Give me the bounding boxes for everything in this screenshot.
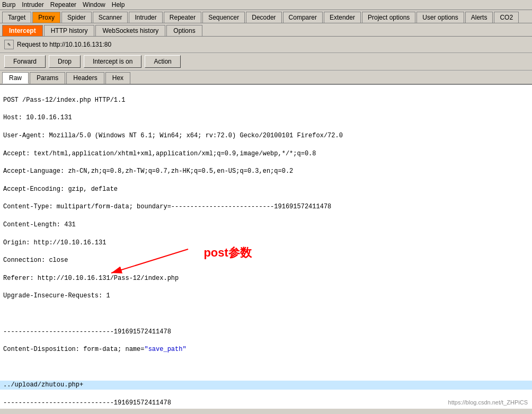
request-line-9: Origin: http://10.10.16.131 bbox=[3, 239, 529, 248]
tab-alerts[interactable]: Alerts bbox=[465, 12, 493, 23]
subtab-websockets-history[interactable]: WebSockets history bbox=[95, 25, 165, 36]
tab-repeater[interactable]: Repeater bbox=[164, 12, 201, 23]
tab-spider[interactable]: Spider bbox=[61, 12, 92, 23]
request-line-2: Host: 10.10.16.131 bbox=[3, 113, 529, 122]
tab-user-options[interactable]: User options bbox=[416, 12, 464, 23]
menu-intruder[interactable]: Intruder bbox=[22, 1, 43, 8]
request-line-13 bbox=[3, 310, 529, 319]
tab-co2[interactable]: CO2 bbox=[494, 12, 519, 23]
request-line-4: Accept: text/html,application/xhtml+xml,… bbox=[3, 149, 529, 158]
request-line-16 bbox=[3, 363, 529, 372]
request-line-3: User-Agent: Mozilla/5.0 (Windows NT 6.1;… bbox=[3, 131, 529, 140]
request-content[interactable]: POST /Pass-12/index.php HTTP/1.1 Host: 1… bbox=[0, 85, 532, 409]
request-line-5: Accept-Language: zh-CN,zh;q=0.8,zh-TW;q=… bbox=[3, 167, 529, 176]
viewtab-hex[interactable]: Hex bbox=[105, 72, 130, 84]
view-tab-bar: Raw Params Headers Hex bbox=[0, 71, 532, 85]
viewtab-headers[interactable]: Headers bbox=[66, 72, 104, 84]
request-line-14: -----------------------------19169157241… bbox=[3, 328, 529, 337]
menu-help[interactable]: Help bbox=[112, 1, 125, 8]
forward-button[interactable]: Forward bbox=[4, 55, 46, 68]
request-line-8: Content-Length: 431 bbox=[3, 221, 529, 230]
tab-proxy[interactable]: Proxy bbox=[32, 12, 60, 23]
request-line-15: Content-Disposition: form-data; name="sa… bbox=[3, 345, 529, 354]
tab-scanner[interactable]: Scanner bbox=[93, 12, 128, 23]
menu-bar: Burp Intruder Repeater Window Help bbox=[0, 0, 532, 10]
action-button[interactable]: Action bbox=[145, 55, 180, 68]
request-line-1: POST /Pass-12/index.php HTTP/1.1 bbox=[3, 96, 529, 105]
request-line-11: Referer: http://10.10.16.131/Pass-12/ind… bbox=[3, 274, 529, 283]
menu-window[interactable]: Window bbox=[83, 1, 105, 8]
request-line-6: Accept-Encoding: gzip, deflate bbox=[3, 185, 529, 194]
viewtab-raw[interactable]: Raw bbox=[2, 72, 29, 84]
subtab-intercept[interactable]: Intercept bbox=[2, 25, 43, 36]
request-line-7: Content-Type: multipart/form-data; bound… bbox=[3, 202, 529, 212]
request-line-12: Upgrade-Insecure-Requests: 1 bbox=[3, 292, 529, 301]
request-line-10: Connection: close bbox=[3, 256, 529, 265]
action-bar: Forward Drop Intercept is on Action bbox=[0, 53, 532, 71]
edit-icon[interactable]: ✎ bbox=[4, 40, 14, 49]
tab-decoder[interactable]: Decoder bbox=[246, 12, 281, 23]
request-info-bar: ✎ Request to http://10.10.16.131:80 bbox=[0, 37, 532, 53]
tab-extender[interactable]: Extender bbox=[324, 12, 361, 23]
drop-button[interactable]: Drop bbox=[49, 55, 81, 68]
menu-repeater[interactable]: Repeater bbox=[50, 1, 76, 8]
tab-intruder[interactable]: Intruder bbox=[129, 12, 162, 23]
main-tab-bar: Target Proxy Spider Scanner Intruder Rep… bbox=[0, 10, 532, 23]
watermark: https://blog.csdn.net/t_ZHPiCS bbox=[448, 399, 528, 407]
upload-path-line: ../upload/zhutou.php+ bbox=[0, 381, 532, 390]
intercept-button[interactable]: Intercept is on bbox=[84, 55, 141, 68]
tab-sequencer[interactable]: Sequencer bbox=[202, 12, 245, 23]
tab-project-options[interactable]: Project options bbox=[362, 12, 415, 23]
tab-comparer[interactable]: Comparer bbox=[283, 12, 323, 23]
request-url: Request to http://10.10.16.131:80 bbox=[17, 41, 111, 48]
subtab-http-history[interactable]: HTTP history bbox=[44, 25, 95, 36]
subtab-options[interactable]: Options bbox=[166, 25, 202, 36]
save-path-name: "save_path" bbox=[144, 346, 186, 353]
tab-target[interactable]: Target bbox=[2, 12, 31, 23]
menu-burp[interactable]: Burp bbox=[2, 1, 15, 8]
viewtab-params[interactable]: Params bbox=[30, 72, 65, 84]
sub-tab-bar: Intercept HTTP history WebSockets histor… bbox=[0, 23, 532, 37]
